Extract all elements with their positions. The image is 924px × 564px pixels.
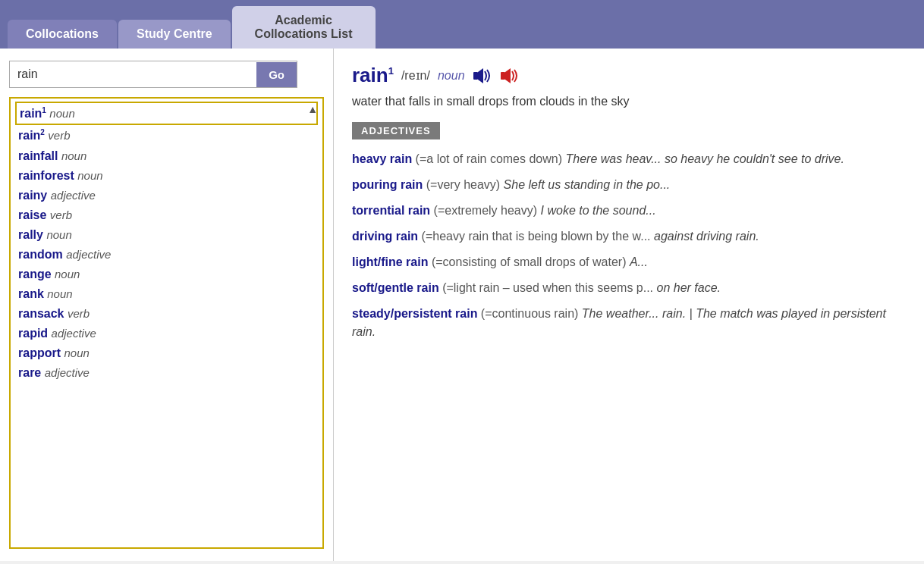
list-item[interactable]: rally noun <box>15 225 318 245</box>
header-tabs: Collocations Study Centre Academic Collo… <box>0 0 924 49</box>
list-item[interactable]: raise verb <box>15 205 318 225</box>
tab-study-centre[interactable]: Study Centre <box>118 20 231 49</box>
search-button[interactable]: Go <box>256 62 297 87</box>
tab-collocations[interactable]: Collocations <box>8 20 117 49</box>
entry-pronunciation: /reɪn/ <box>401 68 430 83</box>
search-input[interactable] <box>10 61 256 87</box>
list-item[interactable]: rare adjective <box>15 363 318 383</box>
collocation-item: pouring rain (=very heavy) She left us s… <box>352 176 906 194</box>
svg-marker-3 <box>505 68 511 83</box>
search-bar: Go <box>9 61 297 88</box>
entry-definition: water that falls in small drops from clo… <box>352 95 906 108</box>
content-panel: rain1 /reɪn/ noun <box>334 49 924 561</box>
collocation-item: driving rain (=heavy rain that is being … <box>352 227 906 246</box>
audio-uk-icon[interactable] <box>473 67 492 84</box>
section-badge: ADJECTIVES <box>352 122 906 150</box>
entry-word: rain1 <box>352 64 394 87</box>
entry-pos: noun <box>438 69 465 83</box>
main-layout: Go ▲ rain1 noun rain2 verb rainfall noun… <box>0 49 924 561</box>
collocation-entries: heavy rain (=a lot of rain comes down) T… <box>352 150 906 341</box>
list-item[interactable]: range noun <box>15 265 318 284</box>
svg-rect-0 <box>473 72 478 80</box>
word-list-container: ▲ rain1 noun rain2 verb rainfall noun ra… <box>9 97 324 549</box>
collocation-item: soft/gentle rain (=light rain – used whe… <box>352 279 906 297</box>
entry-header: rain1 /reɪn/ noun <box>352 64 906 87</box>
list-item[interactable]: rainforest noun <box>15 166 318 186</box>
collocation-item: light/fine rain (=consisting of small dr… <box>352 253 906 271</box>
list-item[interactable]: random adjective <box>15 245 318 265</box>
list-item[interactable]: rainfall noun <box>15 146 318 166</box>
list-item[interactable]: rainy adjective <box>15 186 318 205</box>
audio-us-icon[interactable] <box>500 67 520 84</box>
collocation-item: torrential rain (=extremely heavy) I wok… <box>352 202 906 220</box>
scroll-up-arrow[interactable]: ▲ <box>307 103 318 115</box>
list-item[interactable]: rank noun <box>15 284 318 304</box>
list-item[interactable]: rapport noun <box>15 343 318 363</box>
word-list: rain1 noun rain2 verb rainfall noun rain… <box>15 102 318 383</box>
svg-rect-2 <box>501 72 505 80</box>
svg-marker-1 <box>478 68 483 83</box>
collocation-item: heavy rain (=a lot of rain comes down) T… <box>352 150 906 168</box>
tab-academic-collocations[interactable]: Academic Collocations List <box>232 6 376 49</box>
list-item[interactable]: rapid adjective <box>15 324 318 343</box>
sidebar: Go ▲ rain1 noun rain2 verb rainfall noun… <box>0 49 334 561</box>
list-item[interactable]: rain2 verb <box>15 125 318 146</box>
list-item[interactable]: ransack verb <box>15 304 318 324</box>
collocation-item: steady/persistent rain (=continuous rain… <box>352 305 906 341</box>
list-item[interactable]: rain1 noun <box>15 102 318 125</box>
